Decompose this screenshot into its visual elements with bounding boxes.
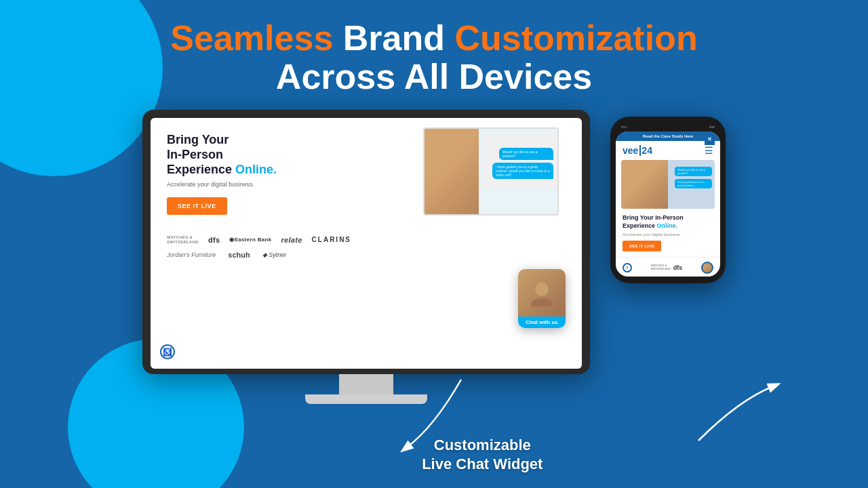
phone-avatar <box>701 262 713 274</box>
svg-point-1 <box>531 298 553 306</box>
phone-cta-button[interactable]: SEE IT LIVE <box>623 241 661 251</box>
screen-headline: Bring Your In-Person Experience Online. <box>167 133 302 177</box>
phone-headline-line1: Bring Your In-Person <box>623 214 684 221</box>
phone-video-person <box>621 160 668 209</box>
info-label: i <box>627 265 628 270</box>
main-headline: Seamless Brand Customization Across All … <box>0 19 868 96</box>
chat-bubble-1: Would you like to see a product? <box>499 148 553 160</box>
person-avatar-icon <box>528 279 555 306</box>
logo-dfs: dfs <box>208 236 220 244</box>
hamburger-menu-icon[interactable]: ☰ <box>705 145 713 156</box>
phone-time-text: hat <box>709 125 715 129</box>
phone-video-area: Would you like to see a product? I have … <box>621 160 715 209</box>
phone-bottom-logos: WATCHES &SWITZERLAND dfs <box>651 264 683 271</box>
monitor-frame: Bring Your In-Person Experience Online. … <box>142 110 590 374</box>
arrow-to-caption <box>393 366 529 461</box>
phone-bottom-bar: i WATCHES &SWITZERLAND dfs <box>616 257 720 277</box>
phone-top-banner[interactable]: Read the Case Study Here ✕ <box>616 131 720 141</box>
video-person <box>425 129 479 214</box>
phone-info-icon[interactable]: i <box>623 263 632 272</box>
phone-mockup: inc. hat Read the Case Study Here ✕ vee2… <box>610 117 726 283</box>
svg-point-0 <box>535 283 549 296</box>
phone-headline-online: Online. <box>657 222 678 229</box>
headline-brand: Brand <box>333 18 454 58</box>
main-content: Bring Your In-Person Experience Online. … <box>0 110 868 404</box>
chat-bubble-2: I have guided you to a great product, wo… <box>492 163 553 179</box>
logo-sytner: ◆ Sytner <box>262 251 287 258</box>
logo-schuh: schuh <box>228 251 250 259</box>
desktop-mockup: Bring Your In-Person Experience Online. … <box>142 110 590 404</box>
logo-jordans: Jordan's Furniture <box>167 251 216 258</box>
phone-logo-dfs: dfs <box>673 264 683 271</box>
phone-chat-bubble-1: Would you like to see a product? <box>675 167 712 176</box>
phone-headline: Bring Your In-Person Experience Online. <box>623 214 713 230</box>
chat-widget-image <box>518 269 566 317</box>
phone-logo-watches: WATCHES &SWITZERLAND <box>651 264 671 270</box>
phone-banner-close[interactable]: ✕ <box>705 134 715 145</box>
screen-headline-line2: In-Person <box>167 148 223 161</box>
logo-clarins: CLARINS <box>312 236 351 243</box>
screen-cta-button[interactable]: SEE IT LIVE <box>167 197 227 215</box>
screen-inner: Bring Your In-Person Experience Online. … <box>151 118 582 369</box>
phone-content: Bring Your In-Person Experience Online. … <box>616 209 720 253</box>
screen-headline-line3: Experience <box>167 163 232 176</box>
chat-widget[interactable]: Chat with us <box>518 269 566 329</box>
screen-headline-line1: Bring Your <box>167 133 229 146</box>
video-screen-content <box>483 134 557 188</box>
headline-line2: Across All Devices <box>276 57 592 96</box>
logo-watches: WATCHES &SWITZERLAND <box>167 235 199 244</box>
logo-relate: relate <box>281 236 302 244</box>
phone-logo: vee24 <box>623 145 652 156</box>
phone-frame: inc. hat Read the Case Study Here ✕ vee2… <box>610 117 726 283</box>
phone-signal-text: inc. <box>621 125 627 129</box>
screen-logos-row1: WATCHES &SWITZERLAND dfs ◉Eastern Bank r… <box>167 235 566 244</box>
phone-screen: Read the Case Study Here ✕ vee24 ☰ Would… <box>616 131 720 276</box>
video-monitor-mini: Would you like to see a product? I have … <box>423 127 559 216</box>
screen-logos-row2: Jordan's Furniture schuh ◆ Sytner <box>167 251 566 259</box>
monitor-stand-neck <box>339 374 393 394</box>
monitor-screen: Bring Your In-Person Experience Online. … <box>151 118 582 369</box>
logo-eastern-bank: ◉Eastern Bank <box>229 237 271 243</box>
phone-chat-bubble-2: I have guided you to a great product... <box>675 179 712 188</box>
phone-notch-bar: inc. hat <box>616 123 720 131</box>
phone-headline-line2: Experience <box>623 222 655 229</box>
headline-customization: Customization <box>454 18 697 58</box>
screen-headline-online: Online. <box>235 163 277 176</box>
phone-banner-text: Read the Case Study Here <box>643 134 694 138</box>
chat-widget-label: Chat with us <box>518 317 566 329</box>
headline-seamless: Seamless <box>170 18 333 58</box>
arrow-to-phone <box>685 373 787 454</box>
header: Seamless Brand Customization Across All … <box>0 0 868 103</box>
phone-tagline: Accelerate your digital business. <box>623 232 713 237</box>
screen-video-area: Would you like to see a product? I have … <box>423 127 572 216</box>
accessibility-icon[interactable]: ♿ <box>160 344 175 359</box>
